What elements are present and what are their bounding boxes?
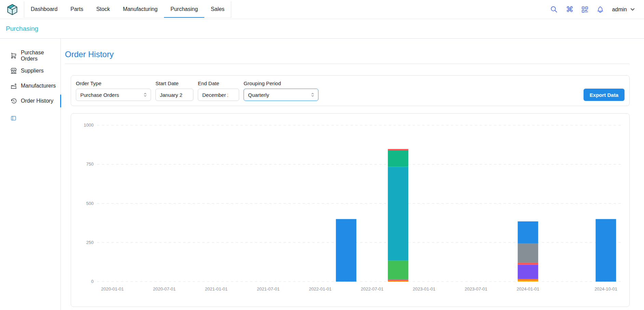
bell-icon[interactable]: [597, 6, 604, 13]
bar-segment: [336, 219, 356, 282]
bar-segment: [388, 167, 408, 261]
shopping-cart-icon: [10, 52, 17, 59]
search-icon[interactable]: [550, 5, 558, 13]
order-type-field: Order Type: [76, 80, 151, 101]
tab-sales[interactable]: Sales: [204, 1, 231, 18]
bar-segment: [518, 265, 538, 279]
svg-text:2022-01-01: 2022-01-01: [309, 286, 332, 292]
filter-panel: Order Type Start Date End Date: [71, 75, 630, 106]
bar-segment: [388, 149, 408, 151]
sidebar-item-purchase-orders[interactable]: Purchase Orders: [0, 48, 60, 63]
svg-text:750: 750: [86, 162, 94, 167]
store-icon: [10, 67, 17, 74]
grouping-period-field: Grouping Period: [244, 80, 318, 101]
chevron-down-icon: [629, 6, 636, 13]
tab-parts[interactable]: Parts: [64, 1, 90, 18]
sidebar-item-manufacturers[interactable]: Manufacturers: [0, 78, 60, 93]
header-actions: ⌘ admin: [550, 5, 636, 13]
end-date-input[interactable]: [198, 89, 239, 101]
bar-segment: [595, 219, 616, 282]
svg-text:1000: 1000: [84, 122, 94, 128]
page-title: Order History: [65, 50, 630, 59]
main-nav-tabs: Dashboard Parts Stock Manufacturing Purc…: [24, 1, 231, 18]
command-icon[interactable]: ⌘: [566, 6, 573, 13]
username-label: admin: [612, 7, 627, 13]
bar-segment: [388, 280, 408, 281]
svg-text:2023-01-01: 2023-01-01: [413, 286, 436, 292]
grouping-period-select[interactable]: [244, 89, 318, 101]
order-type-select[interactable]: [76, 89, 151, 101]
qrcode-icon[interactable]: [581, 6, 589, 13]
breadcrumb: Purchasing: [0, 19, 644, 39]
app-logo-icon[interactable]: [6, 3, 18, 16]
start-date-label: Start Date: [155, 80, 193, 86]
svg-text:2021-01-01: 2021-01-01: [205, 286, 228, 292]
tab-purchasing[interactable]: Purchasing: [164, 1, 204, 18]
start-date-field: Start Date: [155, 80, 193, 101]
sidebar-item-label: Manufacturers: [21, 83, 56, 89]
main-panel: Order History Order Type Start Date: [61, 39, 644, 310]
bar-segment: [518, 279, 538, 281]
svg-text:2024-10-01: 2024-10-01: [594, 286, 617, 292]
sidebar-item-label: Purchase Orders: [21, 50, 60, 62]
page-content: Purchase Orders Suppliers Manufacturer: [0, 39, 644, 310]
svg-text:2022-07-01: 2022-07-01: [361, 286, 384, 292]
sidebar: Purchase Orders Suppliers Manufacturer: [0, 39, 61, 310]
svg-text:2020-07-01: 2020-07-01: [153, 286, 176, 292]
factory-icon: [10, 82, 17, 89]
bar-segment: [388, 261, 408, 280]
title-divider: [65, 64, 630, 64]
svg-text:250: 250: [86, 240, 94, 245]
top-navbar: Dashboard Parts Stock Manufacturing Purc…: [0, 0, 644, 19]
export-data-button[interactable]: Export Data: [584, 89, 625, 101]
end-date-label: End Date: [198, 80, 239, 86]
grouping-period-label: Grouping Period: [244, 80, 318, 86]
sidebar-item-label: Order History: [21, 98, 53, 104]
breadcrumb-purchasing[interactable]: Purchasing: [6, 25, 38, 33]
bar-segment: [518, 263, 538, 264]
bar-segment: [518, 221, 538, 243]
tab-dashboard[interactable]: Dashboard: [24, 1, 64, 18]
svg-text:2021-07-01: 2021-07-01: [257, 286, 280, 292]
sidebar-item-suppliers[interactable]: Suppliers: [0, 63, 60, 78]
history-icon: [10, 98, 17, 104]
sidebar-item-order-history[interactable]: Order History: [0, 93, 60, 108]
bar-segment: [518, 243, 538, 263]
start-date-input[interactable]: [155, 89, 193, 101]
tab-manufacturing[interactable]: Manufacturing: [117, 1, 164, 18]
order-history-chart: 025050075010002020-01-012020-07-012021-0…: [76, 118, 622, 301]
svg-text:0: 0: [91, 279, 94, 284]
order-type-label: Order Type: [76, 80, 151, 86]
tab-stock[interactable]: Stock: [90, 1, 117, 18]
bar-segment: [388, 280, 408, 282]
svg-text:2024-01-01: 2024-01-01: [517, 286, 539, 292]
svg-text:2020-01-01: 2020-01-01: [101, 286, 124, 292]
sidebar-toggle-icon[interactable]: [11, 115, 16, 121]
user-menu[interactable]: admin: [612, 6, 636, 13]
end-date-field: End Date: [198, 80, 239, 101]
chart-card: 025050075010002020-01-012020-07-012021-0…: [71, 113, 630, 307]
svg-text:2023-07-01: 2023-07-01: [465, 286, 488, 292]
svg-text:500: 500: [86, 201, 94, 206]
bar-segment: [518, 281, 538, 282]
sidebar-item-label: Suppliers: [21, 68, 44, 74]
bar-segment: [388, 151, 408, 167]
